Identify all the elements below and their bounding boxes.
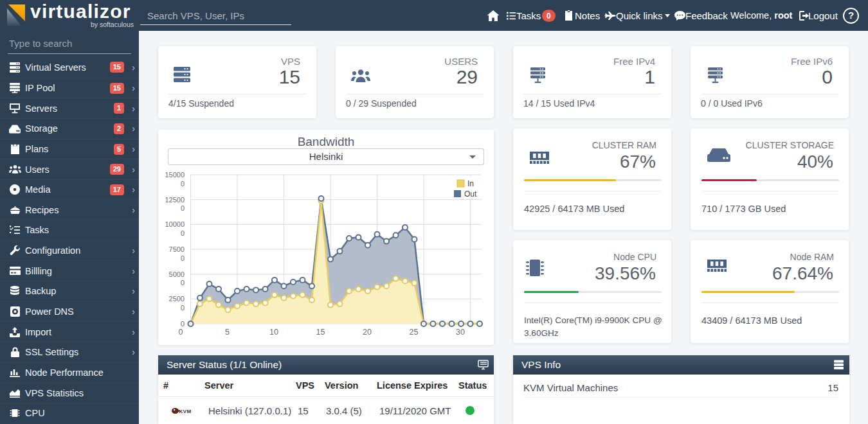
svg-text:20: 20	[363, 328, 372, 337]
svg-text:In: In	[467, 179, 474, 188]
svg-text:0: 0	[181, 229, 185, 237]
svg-text:0: 0	[181, 180, 185, 188]
svg-text:0: 0	[179, 328, 183, 337]
svg-text:25: 25	[410, 328, 419, 337]
svg-text:30: 30	[456, 328, 465, 337]
svg-text:5000: 5000	[169, 270, 185, 278]
svg-text:2500: 2500	[169, 295, 185, 303]
svg-text:15000: 15000	[165, 171, 185, 179]
svg-text:10000: 10000	[165, 220, 185, 228]
svg-text:0: 0	[181, 304, 185, 312]
svg-text:0: 0	[181, 320, 185, 328]
svg-text:15: 15	[316, 328, 325, 337]
svg-text:5: 5	[225, 328, 230, 337]
svg-text:0: 0	[181, 204, 185, 212]
svg-text:Out: Out	[464, 190, 477, 199]
svg-text:0: 0	[181, 254, 185, 262]
svg-text:0: 0	[181, 279, 185, 287]
svg-text:7500: 7500	[169, 245, 185, 253]
svg-text:KVM: KVM	[179, 409, 192, 414]
svg-text:12500: 12500	[165, 196, 185, 204]
svg-text:10: 10	[269, 328, 278, 337]
